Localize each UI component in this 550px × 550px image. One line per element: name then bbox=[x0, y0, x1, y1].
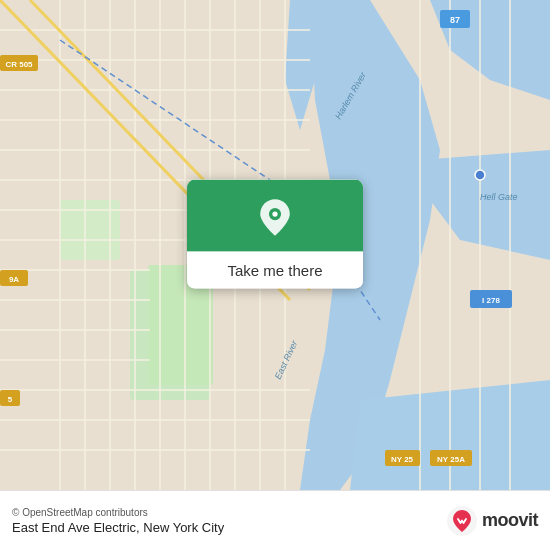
bottom-bar: © OpenStreetMap contributors East End Av… bbox=[0, 490, 550, 550]
moovit-brand-text: moovit bbox=[482, 510, 538, 531]
svg-text:NY 25A: NY 25A bbox=[437, 455, 465, 464]
svg-text:87: 87 bbox=[450, 15, 460, 25]
take-me-there-button[interactable]: Take me there bbox=[187, 252, 363, 289]
svg-rect-2 bbox=[60, 200, 120, 260]
moovit-logo: moovit bbox=[446, 505, 538, 537]
card-icon-area bbox=[187, 180, 363, 252]
svg-text:5: 5 bbox=[8, 395, 13, 404]
map-pin-icon bbox=[255, 198, 295, 238]
svg-point-54 bbox=[475, 170, 485, 180]
location-title: East End Ave Electric, New York City bbox=[12, 520, 224, 535]
bottom-info: © OpenStreetMap contributors East End Av… bbox=[12, 507, 224, 535]
svg-text:NY 25: NY 25 bbox=[391, 455, 414, 464]
svg-point-56 bbox=[272, 212, 277, 217]
attribution-text: © OpenStreetMap contributors bbox=[12, 507, 224, 518]
location-card: Take me there bbox=[187, 180, 363, 289]
svg-text:Hell Gate: Hell Gate bbox=[480, 192, 518, 202]
moovit-logo-icon bbox=[446, 505, 478, 537]
svg-text:CR 505: CR 505 bbox=[5, 60, 33, 69]
svg-text:I 278: I 278 bbox=[482, 296, 500, 305]
map-container: 87 9A 5 I 278 NY 25 NY 25A CR 505 Harlem… bbox=[0, 0, 550, 490]
svg-text:9A: 9A bbox=[9, 275, 19, 284]
